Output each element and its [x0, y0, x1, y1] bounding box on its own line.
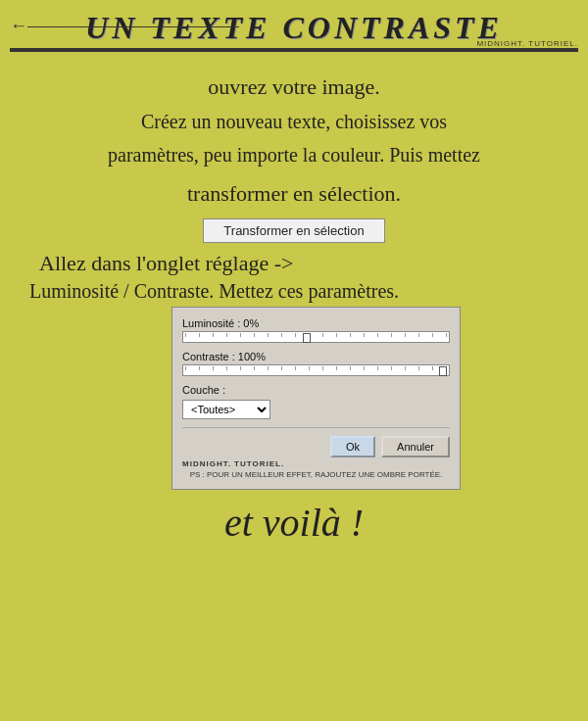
- tick: [309, 366, 310, 370]
- instruction-line2: Créez un nouveau texte, choisissez vos: [20, 106, 568, 137]
- tick: [336, 366, 337, 370]
- tick: [377, 366, 378, 370]
- tick: [281, 333, 282, 337]
- tick: [391, 366, 392, 370]
- tick: [432, 333, 433, 337]
- tick: [405, 333, 406, 337]
- tick: [446, 333, 447, 337]
- dialog-ps-note: PS : POUR UN MEILLEUR EFFET, RAJOUTEZ UN…: [182, 470, 450, 479]
- couche-select-wrapper: <Toutes>: [182, 400, 450, 419]
- tick: [226, 366, 227, 370]
- luminosite-slider[interactable]: [182, 331, 450, 343]
- step2-text: Luminosité / Contraste. Mettez ces param…: [29, 280, 568, 303]
- cancel-button[interactable]: Annuler: [381, 436, 450, 457]
- instruction-line4: transformer en sélection.: [20, 176, 568, 211]
- tick: [391, 333, 392, 337]
- transform-selection-button[interactable]: Transformer en sélection: [203, 218, 384, 243]
- tick: [350, 333, 351, 337]
- tick: [240, 333, 241, 337]
- tick: [350, 366, 351, 370]
- contraste-row: Contraste : 100%: [182, 351, 450, 376]
- tick: [240, 366, 241, 370]
- arrow-left-icon: ←————————————: [10, 15, 239, 35]
- tick: [213, 333, 214, 337]
- couche-select[interactable]: <Toutes>: [182, 400, 270, 419]
- header-divider: [10, 48, 578, 50]
- tick: [322, 366, 323, 370]
- transform-button-container: Transformer en sélection: [20, 218, 568, 243]
- contraste-label: Contraste : 100%: [182, 351, 450, 362]
- couche-row: Couche : <Toutes>: [182, 384, 450, 419]
- tick: [254, 366, 255, 370]
- tick: [418, 333, 419, 337]
- tick: [295, 333, 296, 337]
- tick: [405, 366, 406, 370]
- luminosite-label: Luminosité : 0%: [182, 317, 450, 329]
- tick: [432, 366, 433, 370]
- luminosite-ticks: [183, 332, 449, 337]
- luminosite-row: Luminosité : 0%: [182, 317, 450, 343]
- instruction-line1: ouvrez votre image.: [20, 70, 568, 104]
- page-header: ←———————————— Un texte contraste midnigh…: [10, 0, 578, 52]
- ok-button[interactable]: Ok: [330, 436, 375, 457]
- tick: [268, 366, 269, 370]
- tick: [281, 366, 282, 370]
- luminosite-thumb[interactable]: [303, 333, 311, 343]
- tick: [377, 333, 378, 337]
- dialog-footer: midnight. tutoriel.: [182, 459, 450, 468]
- tick: [295, 366, 296, 370]
- tick: [364, 333, 365, 337]
- couche-label: Couche :: [182, 384, 450, 396]
- dialog-buttons: Ok Annuler: [182, 427, 450, 457]
- tick: [213, 366, 214, 370]
- header-credit: midnight. tutoriel.: [476, 39, 578, 48]
- tick: [226, 333, 227, 337]
- instruction-line3: paramètres, peu importe la couleur. Puis…: [20, 139, 568, 170]
- tick: [199, 366, 200, 370]
- main-content: ouvrez votre image. Créez un nouveau tex…: [0, 52, 588, 555]
- tick: [254, 333, 255, 337]
- final-text: et voilà !: [20, 500, 568, 546]
- luminosity-contrast-dialog: Luminosité : 0%: [172, 307, 461, 490]
- contraste-slider[interactable]: [182, 364, 450, 376]
- tick: [322, 333, 323, 337]
- tick: [418, 366, 419, 370]
- tick: [364, 366, 365, 370]
- tick: [336, 333, 337, 337]
- tick: [268, 333, 269, 337]
- tick: [199, 333, 200, 337]
- contraste-thumb[interactable]: [439, 366, 447, 376]
- tick: [185, 366, 186, 370]
- contraste-ticks: [183, 365, 449, 370]
- tick: [185, 333, 186, 337]
- step1-text: Allez dans l'onglet réglage ->: [39, 251, 568, 276]
